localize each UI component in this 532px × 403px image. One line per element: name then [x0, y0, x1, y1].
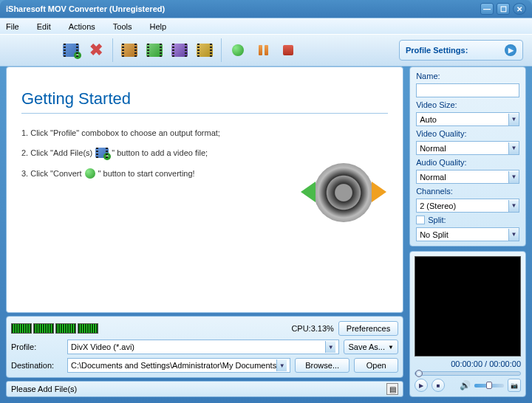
destination-value: C:\Documents and Settings\Administrator\… — [71, 361, 276, 370]
browse-button[interactable]: Browse... — [295, 358, 349, 373]
destination-combobox[interactable]: C:\Documents and Settings\Administrator\… — [67, 358, 290, 373]
getting-started-title: Getting Started — [21, 89, 388, 114]
profile-label: Profile: — [11, 342, 63, 351]
pause-icon — [259, 45, 268, 55]
audio-quality-label: Audio Quality: — [416, 158, 519, 167]
film-reel-graphic-icon — [307, 156, 381, 230]
profile-value: DivX Video (*.avi) — [71, 342, 134, 351]
video-size-label: Video Size: — [416, 100, 519, 109]
status-bar: Please Add File(s) ▤ — [6, 381, 403, 397]
stop-icon — [283, 45, 293, 55]
split-label: Split: — [428, 216, 446, 224]
channels-label: Channels: — [416, 187, 519, 196]
profile-settings-label: Profile Settings: — [406, 46, 468, 55]
add-file-button[interactable]: + — [61, 40, 81, 61]
video-quality-label: Video Quality: — [416, 129, 519, 138]
menu-help[interactable]: Help — [149, 22, 166, 31]
preview-play-button[interactable]: ▶ — [415, 379, 428, 392]
preview-screen — [415, 256, 521, 356]
volume-thumb[interactable] — [486, 382, 492, 389]
play-icon — [232, 44, 244, 56]
chevron-down-icon: ▼ — [508, 114, 519, 125]
menu-file[interactable]: File — [6, 22, 19, 31]
video-quality-combobox[interactable]: Normal▼ — [416, 141, 519, 155]
chevron-down-icon: ▼ — [325, 341, 335, 353]
save-as-button[interactable]: Save As... ▼ — [344, 340, 398, 354]
stop-button[interactable] — [278, 40, 299, 61]
close-button[interactable]: ✕ — [513, 3, 526, 15]
video-size-combobox[interactable]: Auto▼ — [416, 112, 519, 126]
separator — [221, 38, 222, 62]
window-title: iSharesoft MOV Converter (Unregistered) — [6, 4, 480, 13]
convert-button[interactable] — [228, 40, 248, 61]
split-checkbox[interactable] — [416, 216, 425, 224]
chevron-down-icon: ▼ — [388, 344, 394, 351]
merge-button[interactable] — [194, 40, 215, 61]
chevron-down-icon: ▼ — [508, 171, 519, 183]
trim-button[interactable] — [119, 40, 140, 61]
snapshot-button[interactable]: 📷 — [508, 379, 521, 392]
audio-quality-combobox[interactable]: Normal▼ — [416, 170, 519, 184]
remove-file-button[interactable]: ✖ — [86, 40, 106, 61]
step-1: 1. Click "Profile" combobox to choose an… — [21, 128, 388, 137]
maximize-button[interactable]: ☐ — [497, 3, 510, 15]
menu-tools[interactable]: Tools — [113, 22, 132, 31]
profile-combobox[interactable]: DivX Video (*.avi) ▼ — [67, 340, 339, 354]
main-panel: Getting Started 1. Click "Profile" combo… — [6, 66, 403, 313]
crop-button[interactable] — [144, 40, 165, 61]
vu-meter — [11, 323, 98, 334]
chevron-down-icon: ▼ — [508, 229, 519, 241]
status-text: Please Add File(s) — [11, 385, 77, 393]
toolbar: + ✖ Profile Settings: ▶ — [0, 34, 532, 66]
pause-button[interactable] — [253, 40, 273, 61]
menu-edit[interactable]: Edit — [37, 22, 51, 31]
preview-panel: 00:00:00 / 00:00:00 ▶ ■ 🔊 📷 — [409, 251, 526, 397]
profile-settings-panel: Name: Video Size: Auto▼ Video Quality: N… — [409, 66, 526, 247]
seek-thumb[interactable] — [415, 370, 423, 377]
preview-stop-button[interactable]: ■ — [432, 379, 445, 392]
seek-slider[interactable] — [415, 371, 521, 376]
chevron-down-icon: ▼ — [508, 142, 519, 154]
bottom-controls: CPU:3.13% Preferences Profile: DivX Vide… — [6, 316, 403, 378]
chevron-down-icon: ▼ — [276, 359, 287, 371]
x-icon: ✖ — [89, 41, 103, 60]
title-bar: iSharesoft MOV Converter (Unregistered) … — [0, 0, 532, 18]
volume-icon[interactable]: 🔊 — [460, 380, 471, 390]
minimize-button[interactable]: — — [480, 3, 494, 15]
cpu-label: CPU:3.13% — [291, 324, 333, 333]
volume-slider[interactable] — [474, 384, 504, 388]
separator — [112, 38, 113, 62]
menu-actions[interactable]: Actions — [69, 22, 95, 31]
window-buttons: — ☐ ✕ — [480, 3, 526, 15]
split-combobox[interactable]: No Split▼ — [416, 227, 519, 241]
destination-label: Destination: — [11, 361, 63, 370]
preview-time: 00:00:00 / 00:00:00 — [451, 359, 521, 368]
preferences-button[interactable]: Preferences — [338, 321, 398, 336]
menu-bar: File Edit Actions Tools Help — [0, 18, 532, 34]
chevron-down-icon: ▼ — [508, 200, 519, 212]
channels-combobox[interactable]: 2 (Stereo)▼ — [416, 199, 519, 213]
open-button[interactable]: Open — [354, 358, 398, 373]
profile-settings-toggle[interactable]: Profile Settings: ▶ — [399, 40, 523, 61]
arrow-right-icon: ▶ — [505, 44, 516, 56]
name-input[interactable] — [416, 83, 519, 97]
list-view-icon[interactable]: ▤ — [386, 383, 398, 395]
effect-button[interactable] — [169, 40, 190, 61]
name-label: Name: — [416, 72, 519, 80]
